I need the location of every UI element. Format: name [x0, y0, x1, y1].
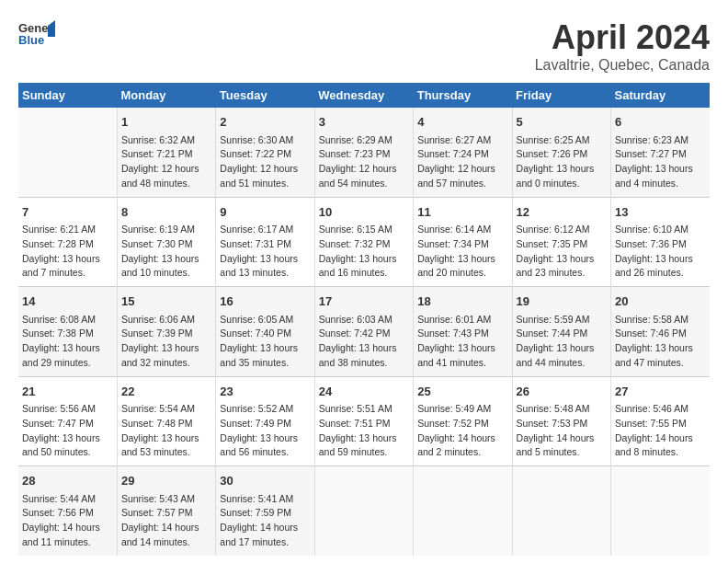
- day-number: 14: [22, 293, 113, 311]
- calendar-cell: 28Sunrise: 5:44 AM Sunset: 7:56 PM Dayli…: [18, 466, 117, 556]
- calendar-cell: 16Sunrise: 6:05 AM Sunset: 7:40 PM Dayli…: [216, 287, 314, 377]
- calendar-cell: 15Sunrise: 6:06 AM Sunset: 7:39 PM Dayli…: [117, 287, 215, 377]
- calendar-cell: 12Sunrise: 6:12 AM Sunset: 7:35 PM Dayli…: [512, 197, 610, 287]
- day-info: Sunrise: 5:56 AM Sunset: 7:47 PM Dayligh…: [22, 402, 113, 460]
- day-number: 5: [517, 113, 607, 132]
- day-number: 3: [319, 113, 409, 132]
- calendar-cell: 14Sunrise: 6:08 AM Sunset: 7:38 PM Dayli…: [18, 287, 117, 377]
- day-info: Sunrise: 6:08 AM Sunset: 7:38 PM Dayligh…: [22, 313, 113, 371]
- calendar-cell: 10Sunrise: 6:15 AM Sunset: 7:32 PM Dayli…: [314, 197, 413, 287]
- day-number: 23: [220, 383, 310, 401]
- day-number: 13: [615, 203, 706, 222]
- day-info: Sunrise: 5:58 AM Sunset: 7:46 PM Dayligh…: [615, 313, 706, 371]
- day-number: 26: [517, 383, 607, 401]
- day-number: 12: [517, 203, 607, 222]
- day-number: 24: [319, 383, 409, 401]
- calendar-cell: 20Sunrise: 5:58 AM Sunset: 7:46 PM Dayli…: [611, 287, 710, 377]
- calendar-cell: 29Sunrise: 5:43 AM Sunset: 7:57 PM Dayli…: [117, 466, 215, 556]
- day-number: 22: [121, 383, 211, 401]
- day-number: 1: [121, 113, 211, 132]
- day-number: 25: [417, 383, 507, 401]
- calendar-cell: 11Sunrise: 6:14 AM Sunset: 7:34 PM Dayli…: [414, 197, 512, 287]
- header-day-friday: Friday: [512, 83, 610, 108]
- day-info: Sunrise: 5:41 AM Sunset: 7:59 PM Dayligh…: [220, 492, 310, 550]
- calendar-cell: 23Sunrise: 5:52 AM Sunset: 7:49 PM Dayli…: [216, 376, 314, 466]
- logo: General Blue: [18, 18, 55, 51]
- day-info: Sunrise: 6:25 AM Sunset: 7:26 PM Dayligh…: [517, 133, 607, 191]
- calendar-cell: 3Sunrise: 6:29 AM Sunset: 7:23 PM Daylig…: [314, 108, 413, 197]
- calendar-cell: 26Sunrise: 5:48 AM Sunset: 7:53 PM Dayli…: [512, 376, 610, 466]
- calendar-cell: 30Sunrise: 5:41 AM Sunset: 7:59 PM Dayli…: [216, 466, 314, 556]
- calendar-cell: 1Sunrise: 6:32 AM Sunset: 7:21 PM Daylig…: [117, 108, 215, 197]
- calendar-week-3: 14Sunrise: 6:08 AM Sunset: 7:38 PM Dayli…: [18, 287, 710, 377]
- day-number: 11: [417, 203, 507, 222]
- calendar-cell: 7Sunrise: 6:21 AM Sunset: 7:28 PM Daylig…: [18, 197, 117, 287]
- day-info: Sunrise: 6:23 AM Sunset: 7:27 PM Dayligh…: [615, 133, 706, 191]
- calendar-cell: 19Sunrise: 5:59 AM Sunset: 7:44 PM Dayli…: [512, 287, 610, 377]
- day-number: 6: [615, 113, 706, 132]
- day-info: Sunrise: 5:44 AM Sunset: 7:56 PM Dayligh…: [22, 492, 113, 550]
- calendar-cell: 21Sunrise: 5:56 AM Sunset: 7:47 PM Dayli…: [18, 376, 117, 466]
- day-info: Sunrise: 6:05 AM Sunset: 7:40 PM Dayligh…: [220, 313, 310, 371]
- day-number: 7: [22, 203, 113, 222]
- day-number: 8: [121, 203, 211, 222]
- logo-icon: General Blue: [18, 18, 55, 51]
- calendar-cell: 24Sunrise: 5:51 AM Sunset: 7:51 PM Dayli…: [314, 376, 413, 466]
- header-day-tuesday: Tuesday: [216, 83, 314, 108]
- day-info: Sunrise: 5:59 AM Sunset: 7:44 PM Dayligh…: [517, 313, 607, 371]
- day-number: 27: [615, 383, 706, 401]
- calendar-cell: 13Sunrise: 6:10 AM Sunset: 7:36 PM Dayli…: [611, 197, 710, 287]
- calendar-cell: [611, 466, 710, 556]
- day-number: 30: [220, 472, 310, 490]
- calendar-cell: 4Sunrise: 6:27 AM Sunset: 7:24 PM Daylig…: [414, 108, 512, 197]
- calendar-week-5: 28Sunrise: 5:44 AM Sunset: 7:56 PM Dayli…: [18, 466, 710, 556]
- calendar-cell: [314, 466, 413, 556]
- day-info: Sunrise: 6:30 AM Sunset: 7:22 PM Dayligh…: [220, 133, 310, 191]
- calendar-cell: [512, 466, 610, 556]
- day-number: 20: [615, 293, 706, 311]
- day-info: Sunrise: 6:06 AM Sunset: 7:39 PM Dayligh…: [121, 313, 211, 371]
- day-info: Sunrise: 6:01 AM Sunset: 7:43 PM Dayligh…: [417, 313, 507, 371]
- day-number: 16: [220, 293, 310, 311]
- calendar-cell: 27Sunrise: 5:46 AM Sunset: 7:55 PM Dayli…: [611, 376, 710, 466]
- calendar-cell: 2Sunrise: 6:30 AM Sunset: 7:22 PM Daylig…: [216, 108, 314, 197]
- day-number: 2: [220, 113, 310, 132]
- day-info: Sunrise: 5:54 AM Sunset: 7:48 PM Dayligh…: [121, 402, 211, 460]
- calendar-cell: 25Sunrise: 5:49 AM Sunset: 7:52 PM Dayli…: [414, 376, 512, 466]
- day-info: Sunrise: 6:03 AM Sunset: 7:42 PM Dayligh…: [319, 313, 409, 371]
- day-number: 28: [22, 472, 113, 490]
- day-number: 17: [319, 293, 409, 311]
- day-info: Sunrise: 6:15 AM Sunset: 7:32 PM Dayligh…: [319, 223, 409, 281]
- day-info: Sunrise: 6:32 AM Sunset: 7:21 PM Dayligh…: [121, 133, 211, 191]
- calendar-cell: 5Sunrise: 6:25 AM Sunset: 7:26 PM Daylig…: [512, 108, 610, 197]
- header-day-wednesday: Wednesday: [314, 83, 413, 108]
- day-info: Sunrise: 6:21 AM Sunset: 7:28 PM Dayligh…: [22, 223, 113, 281]
- page-header: General Blue April 2024 Lavaltrie, Quebe…: [18, 18, 710, 74]
- calendar-cell: 17Sunrise: 6:03 AM Sunset: 7:42 PM Dayli…: [314, 287, 413, 377]
- calendar-cell: 6Sunrise: 6:23 AM Sunset: 7:27 PM Daylig…: [611, 108, 710, 197]
- day-info: Sunrise: 6:29 AM Sunset: 7:23 PM Dayligh…: [319, 133, 409, 191]
- header-day-thursday: Thursday: [414, 83, 512, 108]
- day-number: 21: [22, 383, 113, 401]
- calendar-cell: 9Sunrise: 6:17 AM Sunset: 7:31 PM Daylig…: [216, 197, 314, 287]
- calendar-week-4: 21Sunrise: 5:56 AM Sunset: 7:47 PM Dayli…: [18, 376, 710, 466]
- calendar-cell: 22Sunrise: 5:54 AM Sunset: 7:48 PM Dayli…: [117, 376, 215, 466]
- day-info: Sunrise: 5:51 AM Sunset: 7:51 PM Dayligh…: [319, 402, 409, 460]
- calendar-week-2: 7Sunrise: 6:21 AM Sunset: 7:28 PM Daylig…: [18, 197, 710, 287]
- page-subtitle: Lavaltrie, Quebec, Canada: [535, 57, 710, 74]
- day-number: 10: [319, 203, 409, 222]
- calendar-cell: 18Sunrise: 6:01 AM Sunset: 7:43 PM Dayli…: [414, 287, 512, 377]
- title-section: April 2024 Lavaltrie, Quebec, Canada: [535, 18, 710, 74]
- calendar-cell: 8Sunrise: 6:19 AM Sunset: 7:30 PM Daylig…: [117, 197, 215, 287]
- day-info: Sunrise: 6:19 AM Sunset: 7:30 PM Dayligh…: [121, 223, 211, 281]
- day-info: Sunrise: 5:43 AM Sunset: 7:57 PM Dayligh…: [121, 492, 211, 550]
- header-day-saturday: Saturday: [611, 83, 710, 108]
- calendar-header-row: SundayMondayTuesdayWednesdayThursdayFrid…: [18, 83, 710, 108]
- day-number: 29: [121, 472, 211, 490]
- calendar-week-1: 1Sunrise: 6:32 AM Sunset: 7:21 PM Daylig…: [18, 108, 710, 197]
- day-number: 18: [417, 293, 507, 311]
- day-info: Sunrise: 5:48 AM Sunset: 7:53 PM Dayligh…: [517, 402, 607, 460]
- header-day-sunday: Sunday: [18, 83, 117, 108]
- day-info: Sunrise: 6:17 AM Sunset: 7:31 PM Dayligh…: [220, 223, 310, 281]
- day-info: Sunrise: 5:52 AM Sunset: 7:49 PM Dayligh…: [220, 402, 310, 460]
